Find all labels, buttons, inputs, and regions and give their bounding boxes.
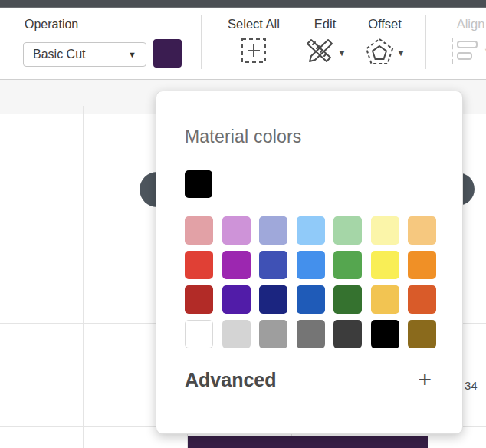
offset-button[interactable]: Offset ▼ bbox=[354, 17, 415, 68]
toolbar-divider bbox=[201, 15, 202, 69]
grid-line bbox=[83, 106, 84, 448]
material-color-grid bbox=[185, 216, 436, 348]
current-color-swatch[interactable] bbox=[185, 170, 212, 198]
edit-button[interactable]: Edit ▼ bbox=[297, 17, 353, 68]
chevron-down-icon: ▼ bbox=[484, 46, 486, 55]
color-swatch[interactable] bbox=[371, 251, 399, 279]
color-swatch[interactable] bbox=[333, 216, 362, 245]
color-swatch[interactable] bbox=[297, 216, 325, 245]
color-swatch[interactable] bbox=[185, 216, 213, 245]
color-swatch[interactable] bbox=[408, 320, 436, 348]
color-swatch[interactable] bbox=[333, 251, 362, 279]
toolbar: Operation Basic Cut ▼ Select All Edit bbox=[0, 8, 486, 80]
chevron-down-icon: ▼ bbox=[397, 48, 406, 58]
color-swatch[interactable] bbox=[222, 320, 251, 348]
select-all-label: Select All bbox=[228, 17, 280, 31]
chevron-down-icon: ▼ bbox=[338, 48, 346, 58]
cut-color-swatch-button[interactable] bbox=[153, 39, 182, 68]
pencil-ruler-icon bbox=[304, 38, 335, 68]
color-swatch[interactable] bbox=[333, 320, 362, 348]
color-swatch[interactable] bbox=[408, 216, 436, 245]
chevron-down-icon: ▼ bbox=[128, 50, 136, 59]
advanced-label: Advanced bbox=[185, 369, 276, 391]
align-label: Align bbox=[457, 17, 485, 31]
color-swatch[interactable] bbox=[185, 320, 213, 348]
color-swatch[interactable] bbox=[185, 251, 213, 279]
color-swatch[interactable] bbox=[259, 320, 287, 348]
design-canvas[interactable]: 34 Material colors Advanced + bbox=[0, 80, 486, 448]
color-swatch[interactable] bbox=[333, 285, 362, 314]
color-swatch[interactable] bbox=[222, 285, 251, 314]
color-swatch[interactable] bbox=[297, 251, 325, 279]
color-swatch[interactable] bbox=[222, 216, 251, 245]
color-swatch[interactable] bbox=[408, 285, 436, 314]
material-colors-popup: Material colors Advanced + bbox=[156, 91, 463, 434]
operation-label: Operation bbox=[25, 18, 78, 31]
selected-shape[interactable] bbox=[188, 436, 428, 448]
color-swatch[interactable] bbox=[408, 251, 436, 279]
color-swatch[interactable] bbox=[371, 285, 399, 314]
color-swatch[interactable] bbox=[259, 216, 287, 245]
color-swatch[interactable] bbox=[259, 285, 287, 314]
operation-dropdown-value: Basic Cut bbox=[33, 48, 85, 61]
color-swatch[interactable] bbox=[259, 251, 287, 279]
advanced-row: Advanced + bbox=[185, 366, 432, 394]
color-swatch[interactable] bbox=[371, 216, 399, 245]
dashed-pentagon-icon bbox=[365, 38, 394, 68]
align-button: Align ▼ bbox=[443, 17, 486, 64]
color-swatch[interactable] bbox=[185, 285, 213, 314]
dashed-box-plus-icon bbox=[241, 38, 267, 67]
offset-label: Offset bbox=[368, 17, 402, 31]
edit-label: Edit bbox=[314, 17, 336, 31]
color-swatch[interactable] bbox=[371, 320, 399, 348]
operation-dropdown[interactable]: Basic Cut ▼ bbox=[23, 42, 146, 67]
color-swatch[interactable] bbox=[297, 320, 325, 348]
canvas-dimension-label: 34 bbox=[465, 379, 478, 392]
toolbar-divider bbox=[425, 15, 426, 69]
color-swatch[interactable] bbox=[297, 285, 325, 314]
app-top-strip bbox=[0, 0, 486, 8]
add-color-button[interactable]: + bbox=[418, 368, 432, 391]
popup-title: Material colors bbox=[185, 127, 302, 147]
color-swatch[interactable] bbox=[222, 251, 251, 279]
select-all-button[interactable]: Select All bbox=[223, 17, 284, 67]
align-bars-icon bbox=[450, 38, 481, 64]
